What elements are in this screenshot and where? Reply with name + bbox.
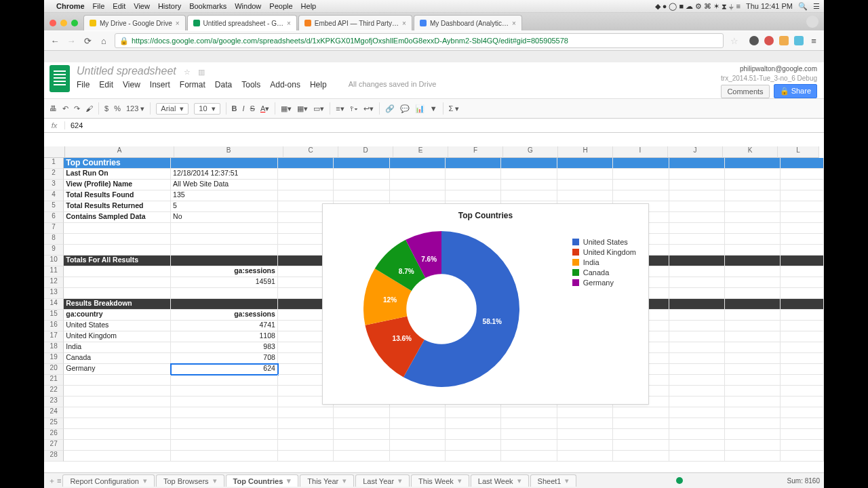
- row-header[interactable]: 26: [44, 429, 64, 440]
- cell[interactable]: [781, 277, 824, 288]
- cell[interactable]: [669, 277, 725, 288]
- cell[interactable]: [781, 158, 824, 169]
- cell[interactable]: [334, 418, 389, 429]
- cell[interactable]: [557, 418, 613, 429]
- all-sheets-icon[interactable]: ≡: [57, 476, 61, 485]
- share-button[interactable]: 🔒 Share: [774, 84, 817, 98]
- sheet-tab[interactable]: Top Browsers▾: [156, 474, 224, 487]
- cell[interactable]: [64, 440, 171, 451]
- cell[interactable]: [64, 418, 171, 429]
- cell[interactable]: [334, 158, 389, 169]
- sheet-tab[interactable]: Last Year▾: [355, 474, 410, 487]
- cell[interactable]: 983: [171, 342, 278, 353]
- cell[interactable]: ga:country: [64, 310, 171, 321]
- cell[interactable]: United Kingdom: [64, 331, 171, 342]
- cell[interactable]: [781, 256, 824, 266]
- cell[interactable]: [781, 386, 824, 396]
- cell[interactable]: 12/18/2014 12:37:51: [171, 169, 278, 180]
- col-header[interactable]: G: [503, 146, 558, 158]
- cell[interactable]: [501, 180, 557, 190]
- row-header[interactable]: 8: [44, 234, 64, 245]
- cell[interactable]: [669, 407, 725, 418]
- font-family-select[interactable]: Arial▾: [156, 103, 189, 115]
- cell[interactable]: [669, 169, 725, 180]
- row-header[interactable]: 13: [44, 288, 64, 299]
- cell[interactable]: [171, 451, 278, 462]
- col-header[interactable]: I: [613, 146, 668, 158]
- number-format-menu[interactable]: 123 ▾: [126, 104, 144, 113]
- cell[interactable]: [669, 321, 725, 331]
- extension-icon[interactable]: [749, 36, 759, 45]
- cell[interactable]: [334, 190, 389, 201]
- italic-icon[interactable]: I: [243, 104, 245, 113]
- cell[interactable]: Contains Sampled Data: [64, 212, 171, 223]
- cell[interactable]: [669, 266, 725, 277]
- cell[interactable]: [725, 277, 781, 288]
- cell[interactable]: [446, 418, 501, 429]
- col-header[interactable]: E: [393, 146, 448, 158]
- cell[interactable]: [725, 375, 781, 386]
- cell[interactable]: View (Profile) Name: [64, 180, 171, 190]
- cell[interactable]: [725, 266, 781, 277]
- cell[interactable]: [334, 451, 389, 462]
- menu-data[interactable]: Data: [215, 80, 232, 89]
- sheet-tab[interactable]: Sheet1▾: [530, 474, 577, 487]
- halign-icon[interactable]: ≡▾: [336, 104, 344, 113]
- menu-format[interactable]: Format: [180, 80, 205, 89]
- mac-menu-file[interactable]: File: [93, 2, 105, 10]
- cell[interactable]: No: [171, 212, 278, 223]
- cell[interactable]: [669, 396, 725, 407]
- window-close-icon[interactable]: [50, 20, 56, 26]
- cell[interactable]: [725, 180, 781, 190]
- cell[interactable]: [669, 440, 725, 451]
- cell[interactable]: [334, 180, 389, 190]
- doc-title[interactable]: Untitled spreadsheet: [77, 65, 176, 77]
- cell[interactable]: [278, 158, 334, 169]
- row-header[interactable]: 6: [44, 212, 64, 223]
- row-header[interactable]: 20: [44, 364, 64, 375]
- cell[interactable]: [501, 158, 557, 169]
- undo-icon[interactable]: ↶: [62, 104, 68, 113]
- cell[interactable]: [669, 223, 725, 234]
- cell[interactable]: [64, 451, 171, 462]
- bold-icon[interactable]: B: [232, 104, 237, 113]
- col-header[interactable]: A: [65, 146, 174, 158]
- quicksum[interactable]: Sum: 8160: [787, 477, 820, 485]
- cell[interactable]: [613, 429, 669, 440]
- mac-menu-edit[interactable]: Edit: [113, 2, 125, 10]
- tab-spreadsheet[interactable]: Untitled spreadsheet - G…×: [187, 15, 297, 30]
- cell[interactable]: [669, 429, 725, 440]
- cell[interactable]: Total Results Returned: [64, 201, 171, 212]
- cell[interactable]: [501, 418, 557, 429]
- sheet-tab[interactable]: Last Week▾: [471, 474, 529, 487]
- address-bar[interactable]: 🔒https://docs.google.com/a/google.com/sp…: [115, 33, 724, 48]
- cell[interactable]: [725, 288, 781, 299]
- cell[interactable]: [278, 418, 334, 429]
- mac-app-name[interactable]: Chrome: [56, 2, 85, 10]
- row-header[interactable]: 27: [44, 440, 64, 451]
- cell[interactable]: Canada: [64, 353, 171, 364]
- spotlight-icon[interactable]: 🔍: [798, 2, 808, 11]
- row-header[interactable]: 3: [44, 180, 64, 190]
- cell[interactable]: India: [64, 342, 171, 353]
- formula-bar[interactable]: 624: [65, 121, 83, 129]
- filter-icon[interactable]: ▼: [430, 104, 437, 113]
- cell[interactable]: [781, 364, 824, 375]
- cell[interactable]: [669, 451, 725, 462]
- window-minimize-icon[interactable]: [60, 20, 67, 26]
- chart-top-countries[interactable]: Top Countries United StatesUnited Kingdo…: [322, 203, 649, 405]
- text-color-icon[interactable]: A▾: [260, 104, 269, 113]
- chart-icon[interactable]: 📊: [415, 104, 425, 113]
- menu-insert[interactable]: Insert: [150, 80, 170, 89]
- cell[interactable]: [64, 223, 171, 234]
- cell[interactable]: [501, 429, 557, 440]
- sheet-tab[interactable]: This Week▾: [411, 474, 469, 487]
- cell[interactable]: [501, 440, 557, 451]
- bookmark-star-icon[interactable]: ☆: [729, 35, 740, 46]
- sheet-tab[interactable]: This Year▾: [300, 474, 354, 487]
- cell[interactable]: [781, 321, 824, 331]
- cell[interactable]: 1108: [171, 331, 278, 342]
- row-header[interactable]: 25: [44, 418, 64, 429]
- cell[interactable]: [725, 190, 781, 201]
- cell[interactable]: 624: [171, 364, 278, 375]
